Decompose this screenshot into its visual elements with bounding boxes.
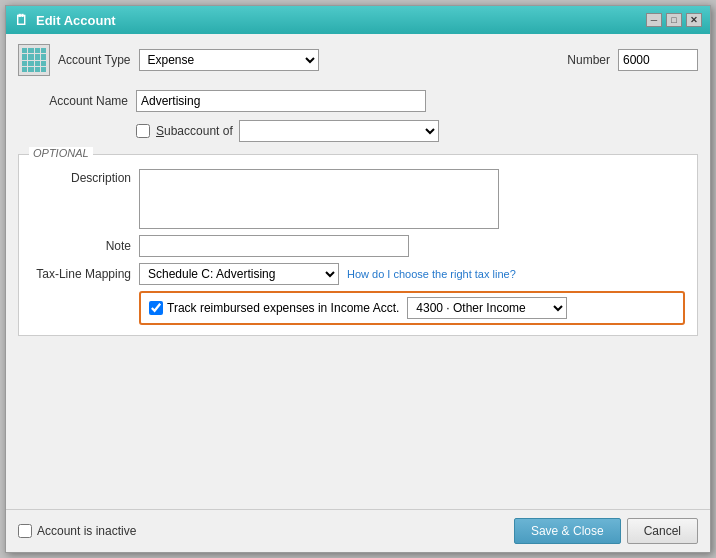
minimize-button[interactable]: ─ [646, 13, 662, 27]
inactive-label: Account is inactive [37, 524, 136, 538]
bottom-bar: Account is inactive Save & Close Cancel [6, 509, 710, 552]
number-label: Number [567, 53, 610, 67]
cancel-button[interactable]: Cancel [627, 518, 698, 544]
window-body: Account Type Expense Income Asset Liabil… [6, 34, 710, 509]
account-name-row: Account Name [18, 90, 698, 112]
description-label: Description [31, 169, 131, 185]
title-bar-icon: 🗒 [14, 12, 28, 28]
maximize-button[interactable]: □ [666, 13, 682, 27]
number-input[interactable] [618, 49, 698, 71]
note-input[interactable] [139, 235, 409, 257]
account-name-label: Account Name [18, 94, 128, 108]
subaccount-checkbox[interactable] [136, 124, 150, 138]
account-grid-icon [18, 44, 50, 76]
account-name-input[interactable] [136, 90, 426, 112]
save-close-button[interactable]: Save & Close [514, 518, 621, 544]
note-row: Note [31, 235, 685, 257]
track-reimbursed-row: Track reimbursed expenses in Income Acct… [139, 291, 685, 325]
title-bar: 🗒 Edit Account ─ □ ✕ [6, 6, 710, 34]
edit-account-window: 🗒 Edit Account ─ □ ✕ Account Type Expens… [5, 5, 711, 553]
tax-line-label: Tax-Line Mapping [31, 267, 131, 281]
description-row: Description [31, 169, 685, 229]
description-textarea[interactable] [139, 169, 499, 229]
optional-label: OPTIONAL [29, 147, 93, 159]
top-row: Account Type Expense Income Asset Liabil… [18, 44, 698, 76]
optional-section: OPTIONAL Description Note Tax-Line Mappi… [18, 154, 698, 336]
track-reimbursed-label: Track reimbursed expenses in Income Acct… [149, 301, 399, 315]
tax-line-row: Tax-Line Mapping Schedule C: Advertising… [31, 263, 685, 285]
inactive-checkbox[interactable] [18, 524, 32, 538]
track-label-text: Track reimbursed expenses in Income Acct… [167, 301, 399, 315]
help-link[interactable]: How do I choose the right tax line? [347, 268, 516, 280]
note-label: Note [31, 239, 131, 253]
tax-line-select[interactable]: Schedule C: Advertising None [139, 263, 339, 285]
account-type-label: Account Type [58, 53, 131, 67]
account-type-select[interactable]: Expense Income Asset Liability Equity [139, 49, 319, 71]
subaccount-select[interactable] [239, 120, 439, 142]
subaccount-label: Subaccount of [156, 124, 233, 138]
close-button[interactable]: ✕ [686, 13, 702, 27]
income-acct-select[interactable]: 4300 · Other Income 4000 · Income [407, 297, 567, 319]
track-reimbursed-checkbox[interactable] [149, 301, 163, 315]
subaccount-row: Subaccount of [18, 120, 698, 142]
window-title: Edit Account [36, 13, 116, 28]
title-bar-controls: ─ □ ✕ [646, 13, 702, 27]
